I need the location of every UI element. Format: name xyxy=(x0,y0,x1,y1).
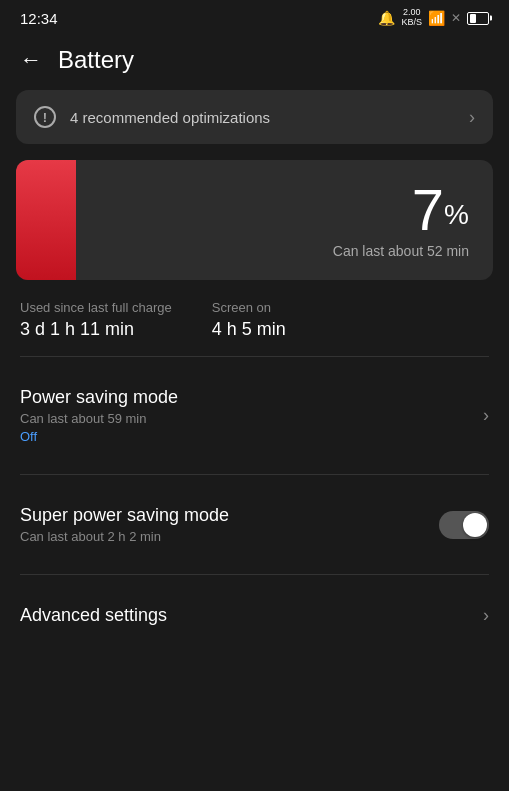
page-title: Battery xyxy=(58,46,134,74)
status-bar: 12:34 🔔 2.00 KB/S 📶 ✕ xyxy=(0,0,509,36)
super-power-saving-title: Super power saving mode xyxy=(20,505,229,526)
power-saving-content: Power saving mode Can last about 59 min … xyxy=(20,387,178,444)
battery-info: 7% Can last about 52 min xyxy=(76,160,493,280)
battery-card: 7% Can last about 52 min xyxy=(16,160,493,280)
toggle-knob xyxy=(463,513,487,537)
usage-stats: Used since last full charge 3 d 1 h 11 m… xyxy=(20,300,489,340)
super-power-saving-content: Super power saving mode Can last about 2… xyxy=(20,505,229,544)
optimization-text: 4 recommended optimizations xyxy=(70,109,270,126)
since-charge-value: 3 d 1 h 11 min xyxy=(20,319,172,340)
data-speed: 2.00 KB/S xyxy=(401,8,422,28)
back-button[interactable]: ← xyxy=(20,47,42,73)
mute-icon: 🔔 xyxy=(378,10,395,26)
divider-1 xyxy=(20,356,489,357)
divider-3 xyxy=(20,574,489,575)
divider-2 xyxy=(20,474,489,475)
advanced-settings-item[interactable]: Advanced settings › xyxy=(0,591,509,640)
battery-estimate: Can last about 52 min xyxy=(333,243,469,259)
super-power-saving-toggle[interactable] xyxy=(439,511,489,539)
screen-on-label: Screen on xyxy=(212,300,286,315)
since-charge-label: Used since last full charge xyxy=(20,300,172,315)
power-saving-title: Power saving mode xyxy=(20,387,178,408)
status-time: 12:34 xyxy=(20,10,58,27)
battery-percent-symbol: % xyxy=(444,199,469,230)
super-power-saving-subtitle: Can last about 2 h 2 min xyxy=(20,529,229,544)
screen-on-value: 4 h 5 min xyxy=(212,319,286,340)
power-saving-status: Off xyxy=(20,429,178,444)
advanced-settings-title: Advanced settings xyxy=(20,605,167,626)
page-header: ← Battery xyxy=(0,36,509,90)
power-saving-subtitle: Can last about 59 min xyxy=(20,411,178,426)
status-icons: 🔔 2.00 KB/S 📶 ✕ xyxy=(378,8,489,28)
battery-percentage-display: 7% xyxy=(412,181,469,239)
advanced-settings-content: Advanced settings xyxy=(20,605,167,626)
opt-banner-left: ! 4 recommended optimizations xyxy=(34,106,270,128)
signal-icon: ✕ xyxy=(451,11,461,25)
super-power-saving-item[interactable]: Super power saving mode Can last about 2… xyxy=(0,491,509,558)
battery-bar xyxy=(16,160,76,280)
usage-since-charge: Used since last full charge 3 d 1 h 11 m… xyxy=(20,300,172,340)
power-saving-item[interactable]: Power saving mode Can last about 59 min … xyxy=(0,373,509,458)
advanced-settings-chevron: › xyxy=(483,605,489,626)
power-saving-chevron: › xyxy=(483,405,489,426)
chevron-right-icon: › xyxy=(469,107,475,128)
usage-screen-on: Screen on 4 h 5 min xyxy=(212,300,286,340)
battery-status-icon xyxy=(467,12,489,25)
battery-percent-value: 7 xyxy=(412,177,444,242)
optimization-banner[interactable]: ! 4 recommended optimizations › xyxy=(16,90,493,144)
wifi-icon: 📶 xyxy=(428,10,445,26)
warning-icon: ! xyxy=(34,106,56,128)
